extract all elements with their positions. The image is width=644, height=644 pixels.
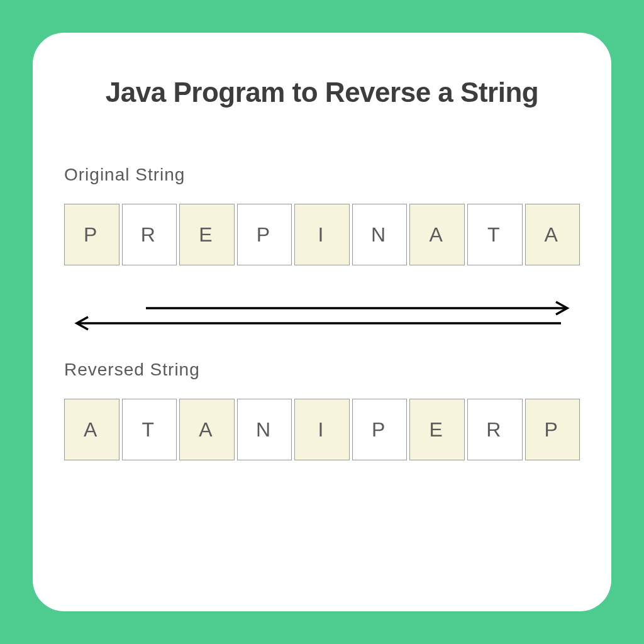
char-cell: A: [64, 399, 119, 460]
bidirectional-arrow-icon: [64, 297, 580, 338]
char-cell: P: [237, 204, 292, 265]
diagram-card: Java Program to Reverse a String Origina…: [33, 33, 611, 611]
char-cell: E: [409, 399, 465, 460]
char-cell: I: [294, 204, 350, 265]
diagram-title: Java Program to Reverse a String: [64, 77, 580, 108]
char-cell: N: [352, 204, 408, 265]
char-cell: P: [64, 204, 119, 265]
char-cell: R: [122, 204, 177, 265]
char-cell: A: [179, 399, 235, 460]
reversed-label: Reversed String: [64, 360, 580, 380]
char-cell: A: [409, 204, 465, 265]
char-cell: A: [525, 204, 580, 265]
char-cell: P: [525, 399, 580, 460]
original-string-row: P R E P I N A T A: [64, 204, 580, 265]
reversed-string-row: A T A N I P E R P: [64, 399, 580, 460]
char-cell: T: [122, 399, 177, 460]
char-cell: E: [179, 204, 235, 265]
char-cell: R: [467, 399, 523, 460]
char-cell: N: [237, 399, 292, 460]
char-cell: T: [467, 204, 523, 265]
char-cell: P: [352, 399, 408, 460]
char-cell: I: [294, 399, 350, 460]
original-label: Original String: [64, 165, 580, 185]
